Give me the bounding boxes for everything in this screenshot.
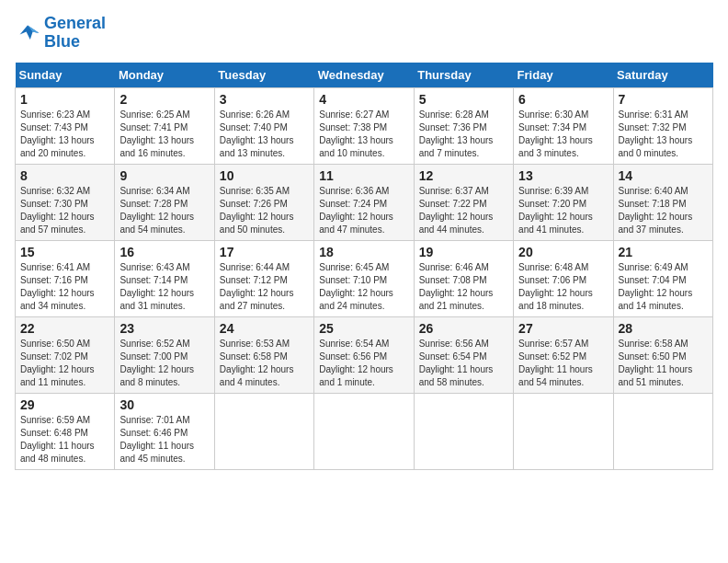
day-info: Sunrise: 6:44 AM Sunset: 7:12 PM Dayligh…: [220, 261, 309, 313]
day-number: 26: [419, 321, 508, 336]
calendar-cell: [613, 393, 712, 469]
calendar-cell: [214, 393, 313, 469]
calendar-cell: 14 Sunrise: 6:40 AM Sunset: 7:18 PM Dayl…: [613, 164, 712, 240]
day-info: Sunrise: 6:36 AM Sunset: 7:24 PM Dayligh…: [319, 185, 408, 236]
day-number: 28: [619, 321, 708, 336]
calendar-week-row: 15 Sunrise: 6:41 AM Sunset: 7:16 PM Dayl…: [16, 240, 713, 316]
day-number: 23: [119, 321, 209, 336]
day-number: 24: [220, 321, 309, 336]
day-header-wednesday: Wednesday: [314, 63, 414, 88]
day-number: 29: [20, 397, 109, 412]
day-number: 6: [518, 92, 608, 107]
calendar-cell: 2 Sunrise: 6:25 AM Sunset: 7:41 PM Dayli…: [115, 87, 214, 164]
day-number: 5: [419, 92, 508, 107]
calendar-cell: [314, 393, 414, 469]
calendar-cell: 6 Sunrise: 6:30 AM Sunset: 7:34 PM Dayli…: [514, 87, 613, 164]
day-number: 22: [20, 321, 109, 336]
calendar-cell: 12 Sunrise: 6:37 AM Sunset: 7:22 PM Dayl…: [414, 164, 513, 240]
calendar-cell: 19 Sunrise: 6:46 AM Sunset: 7:08 PM Dayl…: [414, 240, 513, 316]
day-header-monday: Monday: [115, 63, 214, 88]
calendar-week-row: 29 Sunrise: 6:59 AM Sunset: 6:48 PM Dayl…: [16, 393, 713, 469]
calendar-cell: 5 Sunrise: 6:28 AM Sunset: 7:36 PM Dayli…: [414, 87, 513, 164]
day-info: Sunrise: 6:58 AM Sunset: 6:50 PM Dayligh…: [619, 338, 708, 389]
calendar-cell: 27 Sunrise: 6:57 AM Sunset: 6:52 PM Dayl…: [514, 316, 613, 393]
day-info: Sunrise: 6:30 AM Sunset: 7:34 PM Dayligh…: [518, 109, 608, 160]
calendar-cell: 13 Sunrise: 6:39 AM Sunset: 7:20 PM Dayl…: [514, 164, 613, 240]
calendar-cell: 25 Sunrise: 6:54 AM Sunset: 6:56 PM Dayl…: [314, 316, 414, 393]
calendar-week-row: 8 Sunrise: 6:32 AM Sunset: 7:30 PM Dayli…: [16, 164, 713, 240]
day-info: Sunrise: 6:43 AM Sunset: 7:14 PM Dayligh…: [119, 261, 209, 313]
calendar-cell: 21 Sunrise: 6:49 AM Sunset: 7:04 PM Dayl…: [613, 240, 712, 316]
calendar-cell: 20 Sunrise: 6:48 AM Sunset: 7:06 PM Dayl…: [514, 240, 613, 316]
logo-icon: [15, 20, 40, 46]
calendar-cell: 9 Sunrise: 6:34 AM Sunset: 7:28 PM Dayli…: [115, 164, 214, 240]
day-number: 14: [619, 168, 708, 183]
calendar-cell: 1 Sunrise: 6:23 AM Sunset: 7:43 PM Dayli…: [16, 87, 115, 164]
day-info: Sunrise: 6:57 AM Sunset: 6:52 PM Dayligh…: [518, 338, 608, 389]
calendar-cell: 30 Sunrise: 7:01 AM Sunset: 6:46 PM Dayl…: [115, 393, 214, 469]
day-info: Sunrise: 7:01 AM Sunset: 6:46 PM Dayligh…: [119, 414, 209, 465]
day-number: 11: [319, 168, 408, 183]
day-info: Sunrise: 6:31 AM Sunset: 7:32 PM Dayligh…: [619, 109, 708, 160]
calendar-cell: 22 Sunrise: 6:50 AM Sunset: 7:02 PM Dayl…: [16, 316, 115, 393]
calendar-cell: 4 Sunrise: 6:27 AM Sunset: 7:38 PM Dayli…: [314, 87, 414, 164]
calendar-week-row: 1 Sunrise: 6:23 AM Sunset: 7:43 PM Dayli…: [16, 87, 713, 164]
day-number: 13: [518, 168, 608, 183]
day-header-thursday: Thursday: [414, 63, 513, 88]
logo: General Blue: [15, 15, 106, 52]
day-info: Sunrise: 6:25 AM Sunset: 7:41 PM Dayligh…: [119, 109, 209, 160]
calendar-cell: [414, 393, 513, 469]
day-header-tuesday: Tuesday: [214, 63, 313, 88]
day-number: 12: [419, 168, 508, 183]
day-header-sunday: Sunday: [16, 63, 115, 88]
day-info: Sunrise: 6:39 AM Sunset: 7:20 PM Dayligh…: [518, 185, 608, 236]
day-info: Sunrise: 6:46 AM Sunset: 7:08 PM Dayligh…: [419, 261, 508, 313]
day-info: Sunrise: 6:37 AM Sunset: 7:22 PM Dayligh…: [419, 185, 508, 236]
day-info: Sunrise: 6:40 AM Sunset: 7:18 PM Dayligh…: [619, 185, 708, 236]
calendar-cell: 11 Sunrise: 6:36 AM Sunset: 7:24 PM Dayl…: [314, 164, 414, 240]
day-info: Sunrise: 6:35 AM Sunset: 7:26 PM Dayligh…: [220, 185, 309, 236]
day-info: Sunrise: 6:49 AM Sunset: 7:04 PM Dayligh…: [619, 261, 708, 313]
day-number: 9: [119, 168, 209, 183]
day-number: 10: [220, 168, 309, 183]
day-info: Sunrise: 6:32 AM Sunset: 7:30 PM Dayligh…: [20, 185, 109, 236]
page-header: General Blue: [15, 15, 713, 52]
day-info: Sunrise: 6:53 AM Sunset: 6:58 PM Dayligh…: [220, 338, 309, 389]
calendar-cell: 17 Sunrise: 6:44 AM Sunset: 7:12 PM Dayl…: [214, 240, 313, 316]
day-info: Sunrise: 6:26 AM Sunset: 7:40 PM Dayligh…: [220, 109, 309, 160]
day-number: 1: [20, 92, 109, 107]
calendar-cell: 7 Sunrise: 6:31 AM Sunset: 7:32 PM Dayli…: [613, 87, 712, 164]
calendar-cell: 16 Sunrise: 6:43 AM Sunset: 7:14 PM Dayl…: [115, 240, 214, 316]
day-info: Sunrise: 6:54 AM Sunset: 6:56 PM Dayligh…: [319, 338, 408, 389]
calendar-cell: 26 Sunrise: 6:56 AM Sunset: 6:54 PM Dayl…: [414, 316, 513, 393]
day-number: 30: [119, 397, 209, 412]
day-info: Sunrise: 6:23 AM Sunset: 7:43 PM Dayligh…: [20, 109, 109, 160]
day-number: 17: [220, 245, 309, 259]
day-number: 27: [518, 321, 608, 336]
calendar-cell: [514, 393, 613, 469]
calendar-header-row: SundayMondayTuesdayWednesdayThursdayFrid…: [16, 63, 713, 88]
calendar-cell: 23 Sunrise: 6:52 AM Sunset: 7:00 PM Dayl…: [115, 316, 214, 393]
day-info: Sunrise: 6:41 AM Sunset: 7:16 PM Dayligh…: [20, 261, 109, 313]
calendar-cell: 3 Sunrise: 6:26 AM Sunset: 7:40 PM Dayli…: [214, 87, 313, 164]
day-info: Sunrise: 6:59 AM Sunset: 6:48 PM Dayligh…: [20, 414, 109, 465]
day-number: 19: [419, 245, 508, 259]
day-number: 7: [619, 92, 708, 107]
calendar-cell: 29 Sunrise: 6:59 AM Sunset: 6:48 PM Dayl…: [16, 393, 115, 469]
day-info: Sunrise: 6:50 AM Sunset: 7:02 PM Dayligh…: [20, 338, 109, 389]
day-number: 25: [319, 321, 408, 336]
day-header-saturday: Saturday: [613, 63, 712, 88]
day-info: Sunrise: 6:27 AM Sunset: 7:38 PM Dayligh…: [319, 109, 408, 160]
day-number: 21: [619, 245, 708, 259]
calendar-cell: 18 Sunrise: 6:45 AM Sunset: 7:10 PM Dayl…: [314, 240, 414, 316]
day-info: Sunrise: 6:45 AM Sunset: 7:10 PM Dayligh…: [319, 261, 408, 313]
day-header-friday: Friday: [514, 63, 613, 88]
day-number: 15: [20, 245, 109, 259]
day-number: 4: [319, 92, 408, 107]
day-info: Sunrise: 6:34 AM Sunset: 7:28 PM Dayligh…: [119, 185, 209, 236]
calendar-cell: 24 Sunrise: 6:53 AM Sunset: 6:58 PM Dayl…: [214, 316, 313, 393]
day-info: Sunrise: 6:48 AM Sunset: 7:06 PM Dayligh…: [518, 261, 608, 313]
calendar-cell: 15 Sunrise: 6:41 AM Sunset: 7:16 PM Dayl…: [16, 240, 115, 316]
calendar-week-row: 22 Sunrise: 6:50 AM Sunset: 7:02 PM Dayl…: [16, 316, 713, 393]
calendar-table: SundayMondayTuesdayWednesdayThursdayFrid…: [15, 63, 713, 470]
